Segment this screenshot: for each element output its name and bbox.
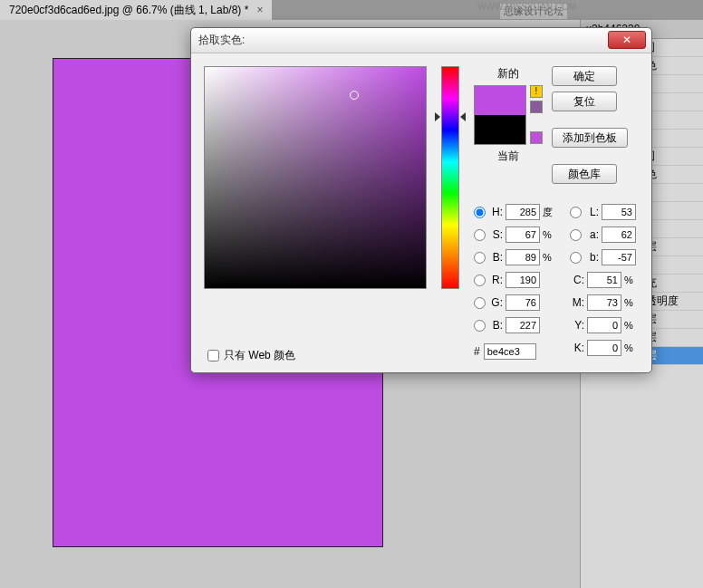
radio-h[interactable] xyxy=(474,207,486,218)
dialog-titlebar[interactable]: 拾取实色: ✕ xyxy=(191,28,651,53)
input-s[interactable] xyxy=(506,227,540,243)
radio-r[interactable] xyxy=(474,275,486,286)
input-g[interactable] xyxy=(506,294,540,311)
web-only-checkbox-label[interactable]: 只有 Web 颜色 xyxy=(207,348,295,363)
ok-button[interactable]: 确定 xyxy=(552,66,617,86)
radio-bv[interactable] xyxy=(474,252,486,264)
radio-lab-b[interactable] xyxy=(570,252,582,264)
color-picker-dialog: 拾取实色: ✕ 新的 xyxy=(190,27,652,373)
input-y[interactable] xyxy=(587,317,621,333)
websafe-swatch[interactable] xyxy=(530,131,543,144)
reset-button[interactable]: 复位 xyxy=(552,92,617,111)
input-l[interactable] xyxy=(602,204,636,220)
input-b[interactable] xyxy=(506,317,540,333)
current-label: 当前 xyxy=(497,149,519,164)
new-color-swatch xyxy=(475,86,525,115)
current-color-swatch xyxy=(475,115,525,144)
web-only-checkbox[interactable] xyxy=(207,350,219,361)
hue-slider[interactable] xyxy=(441,66,459,289)
close-button[interactable]: ✕ xyxy=(608,31,646,49)
radio-g[interactable] xyxy=(474,297,486,309)
new-label: 新的 xyxy=(497,66,519,82)
hex-label: # xyxy=(474,345,480,358)
radio-l[interactable] xyxy=(570,207,582,218)
document-tab-title: 720e0cf3d6cad6ed.jpg @ 66.7% (曲线 1, Lab/… xyxy=(9,4,248,16)
document-tab-bar: 720e0cf3d6cad6ed.jpg @ 66.7% (曲线 1, Lab/… xyxy=(0,0,703,20)
input-bv[interactable] xyxy=(506,249,540,265)
dialog-title: 拾取实色: xyxy=(198,33,245,48)
input-lab-b[interactable] xyxy=(602,249,636,265)
input-h[interactable] xyxy=(506,204,540,220)
saturation-value-picker[interactable] xyxy=(204,66,427,289)
input-a[interactable] xyxy=(602,227,636,243)
close-icon[interactable]: × xyxy=(256,4,263,16)
color-libraries-button[interactable]: 颜色库 xyxy=(552,164,617,184)
radio-s[interactable] xyxy=(474,229,486,241)
document-tab[interactable]: 720e0cf3d6cad6ed.jpg @ 66.7% (曲线 1, Lab/… xyxy=(0,0,272,21)
input-k[interactable] xyxy=(587,340,621,356)
color-preview xyxy=(474,85,526,145)
input-c[interactable] xyxy=(587,272,621,288)
add-swatch-button[interactable]: 添加到色板 xyxy=(552,128,628,148)
radio-b[interactable] xyxy=(474,320,486,332)
input-m[interactable] xyxy=(587,294,621,311)
gamut-swatch[interactable] xyxy=(530,101,543,113)
close-icon: ✕ xyxy=(622,34,631,46)
hue-handle-right-icon xyxy=(460,112,466,121)
hue-handle-left-icon xyxy=(435,112,440,121)
radio-a[interactable] xyxy=(570,229,582,241)
input-r[interactable] xyxy=(506,272,540,288)
input-hex[interactable] xyxy=(484,343,536,360)
warning-icon[interactable]: ! xyxy=(530,85,543,98)
watermark-text: WWW.MISSYUAN.COM xyxy=(477,2,576,12)
sv-cursor xyxy=(350,91,359,100)
